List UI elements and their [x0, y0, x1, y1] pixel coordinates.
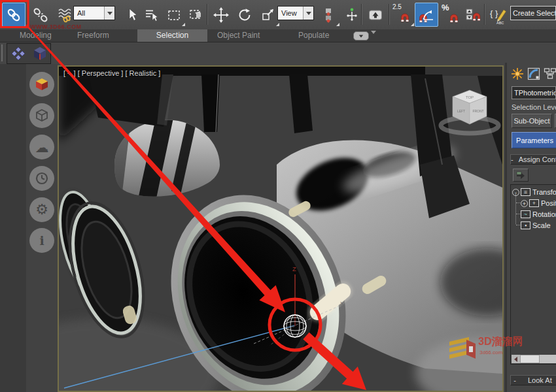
assign-controller-button[interactable] — [513, 169, 529, 182]
tree-item-transform[interactable]: - ≡ Transform — [512, 187, 556, 197]
tree-dotted-stub — [516, 225, 520, 226]
select-by-name-button[interactable] — [140, 3, 164, 27]
left-sidebar: ☁ ⚙ i — [0, 64, 58, 392]
watermark-logo-subtext: 3d66.com — [479, 350, 502, 355]
viewcube-left-label[interactable]: LEFT — [457, 109, 465, 113]
rotation-controller-icon: ~ — [521, 210, 530, 218]
rotate-circle-icon — [236, 7, 253, 24]
watermark-url-text: WWW.3D66.COM — [30, 24, 82, 30]
create-selection-set-input[interactable]: Create Selection Se — [510, 6, 556, 20]
sidebar-item-settings[interactable]: ⚙ — [29, 197, 54, 222]
modify-tab[interactable] — [527, 67, 541, 81]
ribbon-tab-populate[interactable]: Populate — [298, 29, 329, 42]
percent-snap-toggle-button[interactable]: % — [440, 3, 463, 27]
modify-bend-icon — [527, 67, 540, 80]
sidebar-item-history[interactable] — [29, 166, 54, 191]
look-at-rollout-header[interactable]: - Look At — [510, 375, 556, 385]
watermark-logo-text: 3D溜溜网 — [478, 335, 523, 349]
info-icon: i — [39, 235, 44, 247]
grid-diamonds-icon[interactable] — [10, 46, 26, 61]
sidebar-item-info[interactable]: i — [29, 228, 54, 253]
create-tab[interactable] — [510, 67, 525, 81]
select-and-move-button[interactable] — [209, 3, 233, 27]
ribbon-tab-freeform[interactable]: Freeform — [77, 29, 109, 42]
tree-item-rotation[interactable]: ~ Rotation — [516, 209, 556, 220]
window-crossing-toggle-button[interactable] — [184, 3, 208, 27]
ribbon-overflow-button[interactable] — [353, 31, 369, 41]
look-at-rollout-title: Look At — [519, 376, 552, 384]
manipulate-cross-icon — [343, 7, 360, 24]
keyboard-shortcut-override-button[interactable] — [364, 3, 387, 27]
ribbon-tab-object-paint[interactable]: Object Paint — [217, 29, 260, 42]
sidebar-item-3dsmax-home[interactable] — [29, 72, 54, 97]
rectangular-selection-region-button[interactable] — [162, 3, 186, 27]
snap-mode-label: 2.5 — [392, 3, 402, 10]
viewcube-top-label[interactable]: TOP — [466, 95, 474, 99]
reference-coordinate-dropdown[interactable]: View — [277, 6, 314, 20]
toolbar-separator — [207, 4, 208, 25]
braces-pencil-icon: { } ABC — [489, 5, 508, 25]
perspective-viewport[interactable]: [ + ] [ Perspective ] [ Realistic ] — [58, 65, 504, 392]
toolbar-separator — [484, 4, 485, 25]
cloud-icon: ☁ — [35, 140, 49, 154]
max-cube-icon[interactable] — [32, 46, 48, 61]
tree-item-label: Transform — [532, 188, 556, 196]
flyout-corner — [276, 23, 279, 26]
use-pivot-point-center-button[interactable] — [317, 3, 340, 27]
tree-item-label: Position — [541, 199, 556, 207]
spinner-magnet-icon — [464, 7, 481, 24]
axis-x-label: X — [340, 301, 344, 307]
hierarchy-tab[interactable] — [543, 67, 556, 81]
ribbon-tab-modeling[interactable]: Modeling — [20, 29, 52, 42]
sidebar-item-cloud[interactable]: ☁ — [29, 135, 54, 159]
flyout-corner — [411, 23, 414, 26]
down-triangle-icon — [359, 35, 363, 37]
light-gizmo-sphere[interactable] — [284, 315, 306, 337]
dropdown-chevron-icon — [104, 7, 114, 20]
dropdown-chevron-icon — [303, 7, 313, 20]
watermark-3d-logo-icon — [447, 333, 477, 367]
selection-filter-dropdown[interactable]: All — [73, 6, 115, 20]
percent-label: % — [442, 3, 449, 12]
viewport-label[interactable]: [ + ] [ Perspective ] [ Realistic ] — [63, 69, 160, 77]
watermark-logo: 3D溜溜网 3d66.com — [447, 329, 538, 369]
assign-rollout-title: Assign Controller — [513, 155, 556, 163]
edit-named-selection-sets-button[interactable]: { } ABC — [487, 3, 510, 27]
ribbon-tab-selection[interactable]: Selection — [137, 29, 207, 42]
assign-controller-rollout-header[interactable]: - Assign Controller — [510, 154, 556, 165]
object-name-field[interactable]: TPhotometric — [512, 86, 556, 99]
tree-item-position[interactable]: + + Position — [516, 198, 556, 208]
parameters-button[interactable]: Parameters — [512, 132, 556, 148]
tree-item-label: Scale — [532, 221, 551, 229]
flyout-corner — [336, 23, 339, 26]
tree-dotted-stub — [516, 214, 520, 215]
select-and-manipulate-button[interactable] — [340, 3, 364, 27]
svg-text:{ }: { } — [490, 8, 498, 18]
crossing-cube-icon — [188, 7, 205, 24]
main-toolbar: All View 2.5 — [0, 0, 556, 30]
sidebar-item-objects[interactable] — [29, 103, 54, 128]
pivot-center-icon — [320, 7, 337, 24]
angle-snap-toggle-button[interactable] — [415, 3, 438, 27]
select-and-scale-button[interactable] — [256, 3, 280, 27]
cube-icon — [34, 108, 50, 123]
light-burst-icon — [511, 67, 524, 80]
scale-controller-icon: ▪ — [521, 221, 530, 229]
snaps-toggle-button[interactable]: 2.5 — [391, 3, 415, 27]
chain-link-icon — [5, 7, 22, 24]
axis-z-label: Z — [292, 266, 296, 272]
collapse-toggle-icon[interactable]: - — [512, 189, 519, 196]
expand-toggle-icon[interactable]: + — [521, 200, 528, 207]
ribbon-tab-bar: Modeling Freeform Selection Object Paint… — [0, 29, 556, 42]
spinner-snap-toggle-button[interactable] — [460, 3, 484, 27]
select-and-link-button[interactable] — [2, 3, 26, 27]
transform-controller-icon: ≡ — [521, 188, 530, 196]
viewcube-front-label[interactable]: FRONT — [472, 109, 483, 113]
angle-magnet-icon — [417, 6, 436, 24]
list-cursor-icon — [143, 7, 160, 24]
tree-item-scale[interactable]: ▪ Scale — [516, 220, 551, 231]
sub-object-button[interactable]: Sub-Object — [512, 114, 552, 128]
select-and-rotate-button[interactable] — [233, 3, 256, 27]
move-arrows-icon — [213, 7, 230, 24]
viewport-canvas[interactable]: TOP LEFT FRONT Z X — [59, 67, 502, 391]
